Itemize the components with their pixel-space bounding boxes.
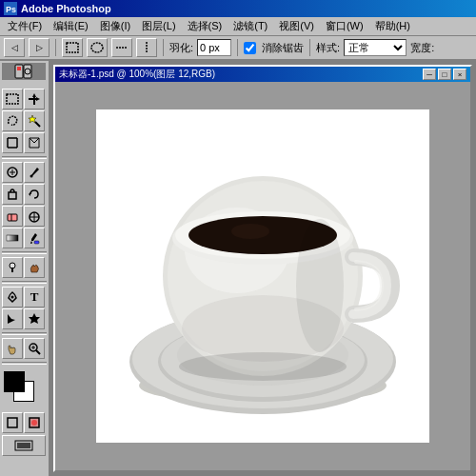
tool-divider-4 [2,332,47,335]
tool-background-eraser[interactable] [24,206,45,227]
divider-3 [237,39,238,56]
tool-burn[interactable] [24,257,45,278]
tool-pen[interactable] [2,287,23,307]
svg-rect-28 [8,214,17,221]
tool-slice[interactable] [24,132,45,153]
tool-shape[interactable] [24,308,45,329]
tool-type[interactable]: T [24,287,45,307]
svg-marker-27 [29,192,30,196]
svg-line-13 [35,122,40,127]
svg-point-63 [296,219,344,352]
tool-dodge[interactable] [2,257,23,278]
svg-rect-36 [11,268,13,272]
toolbox: T [0,61,50,476]
divider-1 [55,39,56,56]
foreground-color-box[interactable] [4,371,25,392]
svg-text:Ps: Ps [6,5,16,14]
width-label: 宽度: [410,41,434,55]
doc-area: 未标器-1.psd @ 100%(图层 12,RGB) ─ □ × [50,61,476,476]
tool-divider-3 [2,281,47,284]
tool-brush[interactable] [24,162,45,183]
menu-item-view[interactable]: 视图(V) [273,18,320,34]
tool-path-select[interactable] [2,308,23,329]
tool-healing[interactable] [2,162,23,183]
tool-paint-bucket[interactable] [24,228,45,248]
menu-bar: 文件(F)编辑(E)图像(I)图层(L)选择(S)滤镜(T)视图(V)窗口(W)… [0,17,476,36]
rect-select-btn[interactable] [62,38,83,57]
tool-lasso[interactable] [2,110,23,131]
svg-line-21 [34,138,39,143]
doc-window: 未标器-1.psd @ 100%(图层 12,RGB) ─ □ × [53,65,472,472]
menu-item-help[interactable]: 帮助(H) [369,18,416,34]
divider-4 [309,39,310,56]
doc-minimize-btn[interactable]: ─ [423,69,436,80]
app-title-text: Adobe Photoshop [21,3,111,14]
doc-close-btn[interactable]: × [453,69,466,80]
tool-marquee-rect[interactable] [2,89,23,109]
menu-item-window[interactable]: 窗口(W) [320,18,369,34]
svg-point-64 [179,352,347,381]
tool-normal-mode[interactable] [2,412,23,433]
menu-item-image[interactable]: 图像(I) [94,18,136,34]
nav-fwd-btn[interactable]: ▷ [29,38,50,57]
tool-row-3 [2,132,47,153]
tool-row-9: T [2,287,47,307]
tool-row-5 [2,184,47,205]
tool-divider-1 [2,156,47,159]
tool-row-6 [2,206,47,227]
feather-input[interactable] [197,39,231,56]
tool-divider-5 [2,362,47,365]
antialias-checkbox[interactable] [244,42,256,54]
doc-maximize-btn[interactable]: □ [438,69,451,80]
doc-window-buttons: ─ □ × [423,69,466,80]
style-label: 样式: [316,41,340,55]
svg-marker-38 [8,314,15,324]
svg-rect-2 [67,43,78,52]
tool-crop[interactable] [2,132,23,153]
color-selector[interactable] [4,371,45,406]
tool-row-2 [2,110,47,131]
tool-magic-wand[interactable] [24,110,45,131]
tool-move[interactable] [24,89,45,109]
doc-title: 未标器-1.psd @ 100%(图层 12,RGB) [59,68,423,81]
menu-item-layer[interactable]: 图层(L) [136,18,181,34]
svg-rect-7 [17,67,21,70]
menu-item-file[interactable]: 文件(F) [2,18,48,34]
doc-title-bar: 未标器-1.psd @ 100%(图层 12,RGB) ─ □ × [55,67,470,82]
tool-row-8 [2,257,47,278]
menu-item-select[interactable]: 选择(S) [182,18,228,34]
menu-item-edit[interactable]: 编辑(E) [48,18,94,34]
svg-point-61 [231,224,269,239]
row-select-btn[interactable] [111,38,132,57]
coffee-image [96,109,429,443]
svg-point-46 [31,420,37,426]
menu-item-filter[interactable]: 滤镜(T) [228,18,273,34]
tool-quick-mask[interactable] [24,412,45,433]
svg-line-41 [36,350,40,354]
app-icon: Ps [4,2,17,15]
svg-marker-14 [29,115,36,123]
svg-rect-48 [17,443,30,448]
divider-2 [163,39,164,56]
nav-back-btn[interactable]: ◁ [4,38,25,57]
tool-row-4 [2,162,47,183]
tool-history-brush[interactable] [24,184,45,205]
tool-row-7 [2,228,47,248]
svg-point-3 [91,43,103,52]
tool-row-1 [2,89,47,109]
doc-canvas-area [55,82,470,470]
main-area: T [0,61,476,476]
svg-line-20 [30,138,34,143]
tool-stamp[interactable] [2,184,23,205]
tool-zoom[interactable] [24,338,45,359]
style-select[interactable]: 正常 固定比例 固定大小 [344,39,407,56]
tool-gradient[interactable] [2,228,23,248]
tool-eraser[interactable] [2,206,23,227]
toolbox-header [2,63,46,80]
col-select-btn[interactable] [136,38,157,57]
ellipse-select-btn[interactable] [87,38,108,57]
svg-rect-26 [9,192,16,199]
tool-hand[interactable] [2,338,23,359]
tool-screen-mode[interactable] [2,435,46,456]
tool-row-mask [2,412,47,433]
